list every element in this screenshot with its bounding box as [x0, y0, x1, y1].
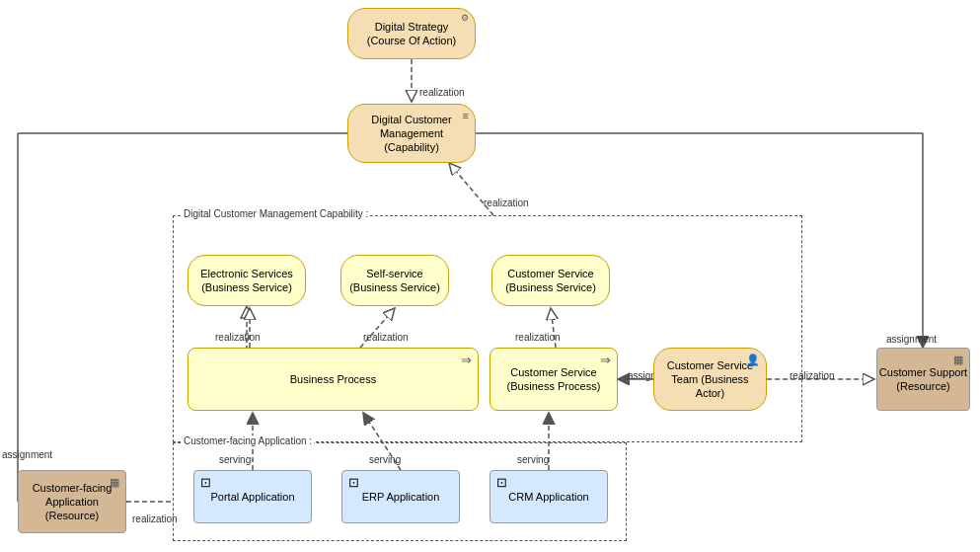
business-process-node: ⇒ Business Process — [188, 348, 479, 411]
digital-customer-mgmt-node: ≡ Digital Customer Management (Capabilit… — [347, 104, 476, 163]
crm-application-node: ⊡ CRM Application — [490, 470, 608, 523]
customer-service-bp-label: Customer Service (Business Process) — [507, 365, 601, 394]
cfar-icon: ▦ — [110, 475, 119, 489]
business-process-label: Business Process — [290, 372, 376, 386]
digital-strategy-node: ⚙ Digital Strategy (Course Of Action) — [347, 8, 476, 59]
serving-label-erp: serving — [369, 454, 401, 465]
realization-label-es: realization — [215, 332, 261, 343]
customer-facing-app-res-node: ▦ Customer-facing Application (Resource) — [18, 470, 126, 533]
electronic-services-label: Electronic Services (Business Service) — [200, 267, 293, 295]
electronic-services-node: Electronic Services (Business Service) — [188, 255, 306, 306]
customer-service-team-label: Customer Service Team (Business Actor) — [667, 358, 753, 401]
realization-label-ss: realization — [363, 332, 409, 343]
portal-icon: ⊡ — [200, 475, 211, 492]
customer-support-label: Customer Support (Resource) — [879, 365, 967, 394]
digital-strategy-icon: ⚙ — [461, 13, 469, 25]
digital-mgmt-cap-label: Digital Customer Management Capability : — [182, 208, 370, 219]
customer-service-bs-node: Customer Service (Business Service) — [491, 255, 610, 306]
customer-service-bp-node: ⇒ Customer Service (Business Process) — [490, 348, 618, 411]
customer-service-bs-label: Customer Service (Business Service) — [505, 267, 596, 295]
serving-label-crm: serving — [517, 454, 549, 465]
assignment-label-2: assignment — [886, 334, 937, 345]
crm-icon: ⊡ — [496, 475, 507, 492]
realization-label-cap: realization — [484, 197, 529, 208]
digital-customer-mgmt-label: Digital Customer Management (Capability) — [371, 113, 451, 155]
assignment-label-left: assignment — [2, 449, 52, 460]
customer-facing-app-label: Customer-facing Application : — [182, 435, 314, 446]
cs-icon: ▦ — [953, 353, 963, 366]
erp-app-label: ERP Application — [362, 490, 440, 504]
customer-service-team-node: 👤 Customer Service Team (Business Actor) — [653, 348, 767, 411]
diagram: Digital Customer Management Capability :… — [0, 0, 980, 552]
digital-strategy-label: Digital Strategy (Course Of Action) — [367, 20, 456, 48]
customer-facing-app-res-label: Customer-facing Application (Resource) — [33, 481, 113, 523]
realization-label-bottom-left: realization — [132, 513, 178, 524]
realization-label-res: realization — [790, 370, 835, 381]
erp-icon: ⊡ — [348, 475, 359, 492]
cst-icon: 👤 — [746, 353, 760, 366]
self-service-label: Self-service (Business Service) — [349, 267, 440, 295]
customer-support-node: ▦ Customer Support (Resource) — [876, 348, 970, 411]
self-service-node: Self-service (Business Service) — [340, 255, 449, 306]
portal-app-label: Portal Application — [211, 490, 295, 504]
portal-application-node: ⊡ Portal Application — [193, 470, 312, 523]
serving-label-portal: serving — [219, 454, 251, 465]
crm-app-label: CRM Application — [508, 490, 588, 504]
erp-application-node: ⊡ ERP Application — [341, 470, 460, 523]
realization-label-cs: realization — [515, 332, 561, 343]
csbp-icon: ⇒ — [600, 353, 611, 369]
bp-icon: ⇒ — [461, 353, 472, 369]
dcm-icon: ≡ — [463, 109, 469, 122]
realization-label-1: realization — [419, 87, 465, 98]
